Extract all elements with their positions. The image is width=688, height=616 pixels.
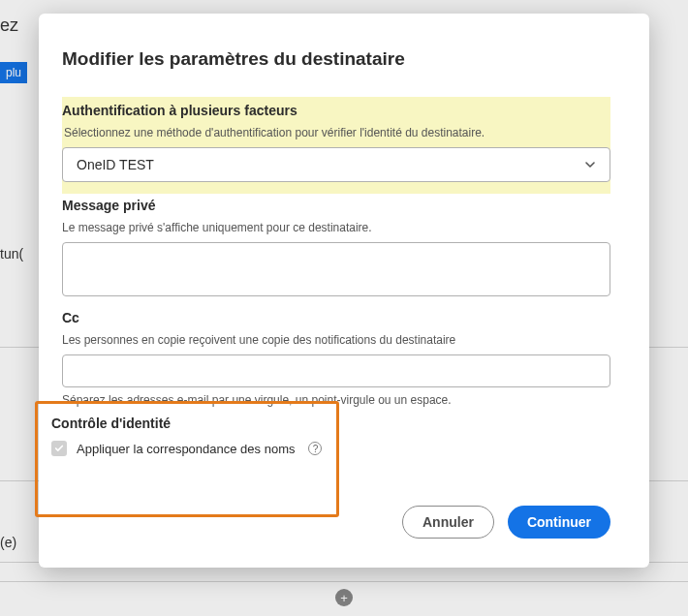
- mfa-highlight-block: Authentification à plusieurs facteurs Sé…: [62, 97, 610, 194]
- cc-input[interactable]: [62, 354, 610, 387]
- mfa-selected-value: OneID TEST: [77, 157, 154, 172]
- identity-heading: Contrôle d'identité: [51, 416, 323, 431]
- identity-control-highlight: Contrôle d'identité Appliquer la corresp…: [35, 401, 339, 517]
- name-match-row: Appliquer la correspondance des noms ?: [51, 441, 323, 456]
- private-message-input[interactable]: [62, 242, 610, 296]
- name-match-checkbox[interactable]: [51, 441, 67, 456]
- info-icon[interactable]: ?: [308, 442, 322, 455]
- private-message-hint: Le message privé s'affiche uniquement po…: [62, 221, 610, 234]
- chevron-down-icon: [584, 159, 596, 170]
- continue-button[interactable]: Continuer: [508, 506, 610, 539]
- private-message-heading: Message privé: [62, 198, 610, 213]
- cc-hint: Les personnes en copie reçoivent une cop…: [62, 333, 610, 347]
- mfa-heading: Authentification à plusieurs facteurs: [62, 103, 610, 118]
- modal-title: Modifier les paramètres du destinataire: [62, 48, 610, 70]
- mfa-hint: Sélectionnez une méthode d'authentificat…: [62, 126, 610, 139]
- cc-heading: Cc: [62, 310, 610, 325]
- mfa-method-select[interactable]: OneID TEST: [62, 147, 610, 182]
- name-match-label: Appliquer la correspondance des noms: [77, 442, 295, 456]
- cancel-button[interactable]: Annuler: [402, 506, 494, 539]
- modal-button-row: Annuler Continuer: [402, 506, 610, 539]
